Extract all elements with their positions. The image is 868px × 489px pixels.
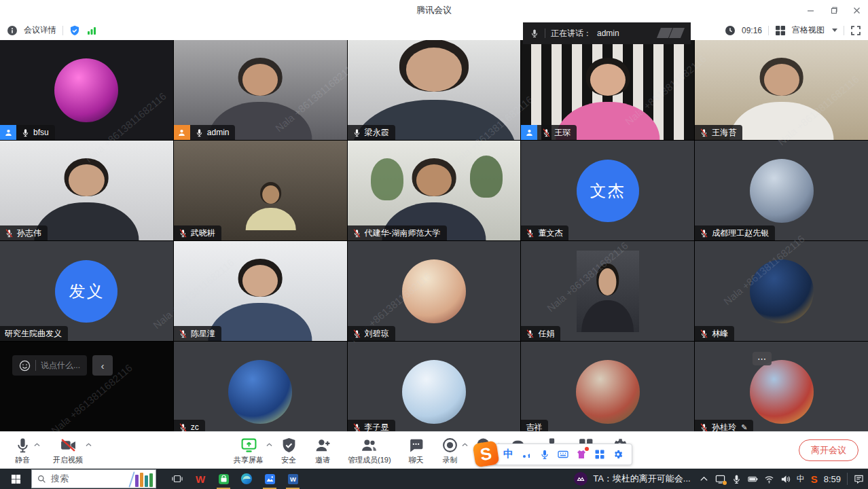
speaker-icon[interactable] — [780, 474, 791, 484]
emoji-icon[interactable] — [19, 360, 31, 372]
toolbar-record-button[interactable]: 录制 — [441, 437, 459, 465]
close-icon[interactable] — [845, 0, 868, 20]
participant-tile-代建华-湖南师范大学[interactable]: 代建华-湖南师范大学 — [348, 141, 521, 240]
clock[interactable]: 8:59 — [824, 474, 841, 484]
sogou-tray-icon[interactable]: S — [811, 473, 818, 485]
quill-art-icon — [128, 471, 134, 487]
chevron-up-icon[interactable] — [462, 443, 468, 447]
leave-meeting-button[interactable]: 离开会议 — [799, 439, 858, 461]
grid-view-icon[interactable] — [775, 25, 786, 36]
view-mode-selector[interactable]: 宫格视图 — [792, 24, 825, 36]
more-options-button[interactable]: ⋯ — [753, 352, 772, 365]
invite-icon — [314, 437, 331, 454]
ime-lang-toggle[interactable]: 中 — [503, 448, 513, 460]
participant-label: 吉祥 — [521, 420, 548, 431]
participant-label: 陈星潼 — [174, 326, 221, 341]
ime-settings-icon[interactable] — [613, 449, 623, 460]
signal-bars-icon[interactable] — [86, 25, 97, 36]
maximize-button[interactable] — [822, 0, 845, 20]
participant-tile-王琛[interactable]: 王琛 — [521, 40, 694, 140]
participant-tile-孙桂玲[interactable]: 孙桂玲✎ — [695, 342, 868, 431]
participant-tile-刘碧琼[interactable]: 刘碧琼 — [348, 241, 521, 341]
screen-share-tray-icon[interactable] — [715, 474, 725, 484]
mic-muted-icon — [352, 329, 361, 338]
participant-tile-zc[interactable]: zc — [174, 342, 347, 431]
task-view-icon[interactable] — [166, 469, 189, 489]
ime-skin-icon[interactable] — [576, 449, 587, 460]
shield-icon — [281, 437, 297, 454]
tray-lang-indicator[interactable]: 中 — [797, 473, 805, 485]
person-icon — [177, 128, 186, 137]
sogou-logo-icon[interactable]: S — [472, 440, 499, 467]
windows-taskbar: 搜索 W W TA：埃杜的离开可能会... 中 S 8:59 — [0, 469, 868, 489]
participant-name: 代建华-湖南师范大学 — [365, 228, 441, 239]
avatar-image — [228, 360, 292, 424]
ime-punct-icon[interactable] — [521, 449, 532, 460]
participant-tile-bfsu[interactable]: bfsu — [0, 40, 173, 140]
edit-name-icon[interactable]: ✎ — [741, 423, 747, 432]
mic-muted-icon — [179, 329, 187, 338]
mic-muted-icon — [352, 229, 361, 238]
chat-input[interactable]: 说点什么... — [12, 355, 87, 376]
chat-collapse-button[interactable]: ‹ — [92, 355, 113, 376]
info-icon[interactable] — [7, 25, 18, 36]
start-button[interactable] — [0, 469, 31, 489]
chevron-up-icon[interactable] — [86, 443, 92, 447]
app-store-icon[interactable] — [212, 469, 235, 489]
participant-tile-陈星潼[interactable]: 陈星潼 — [174, 241, 347, 341]
chevron-up-icon[interactable] — [266, 443, 272, 447]
chevron-down-icon[interactable] — [832, 29, 837, 32]
news-headline[interactable]: TA：埃杜的离开可能会... — [593, 473, 690, 485]
chevron-up-icon[interactable] — [34, 443, 40, 447]
window-controls — [799, 0, 868, 20]
photos-app-icon[interactable] — [258, 469, 281, 489]
participant-tile-董文杰[interactable]: 文杰董文杰 — [521, 141, 694, 240]
toolbar-shield-button[interactable]: 安全 — [280, 437, 297, 465]
participant-tile-梁永霞[interactable]: 梁永霞 — [348, 40, 521, 140]
participant-tile-王海苔[interactable]: 王海苔 — [695, 40, 868, 140]
ime-toolbox-icon[interactable] — [594, 449, 605, 460]
toolbar-mic-button[interactable]: 静音 — [14, 437, 31, 465]
shield-check-icon[interactable] — [69, 25, 80, 36]
person-silhouette — [206, 257, 314, 341]
share-screen-icon — [240, 437, 257, 454]
news-ticker[interactable]: TA：埃杜的离开可能会... — [574, 472, 690, 486]
wps-icon[interactable]: W — [189, 469, 212, 489]
ime-keyboard-icon[interactable] — [558, 449, 568, 460]
battery-icon[interactable] — [748, 474, 758, 484]
participant-tile-孙志伟[interactable]: 孙志伟 — [0, 141, 173, 240]
participant-name: 梁永霞 — [365, 127, 389, 139]
participant-tile-admin[interactable]: admin — [174, 40, 347, 140]
action-center-icon[interactable] — [854, 474, 864, 484]
tray-expand-icon[interactable] — [699, 474, 709, 484]
participant-tile-李子昱[interactable]: 李子昱 — [348, 342, 521, 431]
participant-tile-研究生院曲发义[interactable]: 发义研究生院曲发义 — [0, 241, 173, 341]
chat-placeholder[interactable]: 说点什么... — [41, 360, 80, 372]
chat-icon — [408, 437, 424, 454]
participant-tile-林峰[interactable]: 林峰 — [695, 241, 868, 341]
participant-tile-吉祥[interactable]: 吉祥 — [521, 342, 694, 431]
participant-name: zc — [191, 422, 199, 431]
search-input[interactable]: 搜索 — [31, 469, 156, 488]
participant-tile-任娟[interactable]: 任娟 — [521, 241, 694, 341]
mic-muted-icon — [700, 128, 708, 137]
word-icon[interactable]: W — [281, 469, 304, 489]
meeting-details-button[interactable]: 会议详情 — [24, 24, 56, 36]
toolbar-invite-button[interactable]: 邀请 — [314, 437, 331, 465]
toolbar-chat-button[interactable]: 聊天 — [408, 437, 425, 465]
toolbar-camera-off-button[interactable]: 开启视频 — [53, 437, 83, 465]
participant-name: 研究生院曲发义 — [5, 328, 62, 340]
participant-label: 王海苔 — [695, 125, 742, 140]
divider — [844, 26, 844, 35]
edge-icon[interactable] — [235, 469, 258, 489]
camera-off-icon — [60, 437, 77, 454]
toolbar-share-screen-button[interactable]: 共享屏幕 — [234, 437, 264, 465]
minimize-button[interactable] — [799, 0, 822, 20]
participant-tile-成都理工赵先银[interactable]: 成都理工赵先银 — [695, 141, 868, 240]
toolbar-members-button[interactable]: 管理成员(19) — [348, 437, 391, 465]
ime-mic-icon[interactable] — [539, 449, 550, 460]
fullscreen-icon[interactable] — [850, 25, 861, 36]
network-icon[interactable] — [764, 474, 774, 484]
participant-tile-武晓耕[interactable]: 武晓耕 — [174, 141, 347, 240]
mic-tray-icon[interactable] — [731, 474, 742, 484]
